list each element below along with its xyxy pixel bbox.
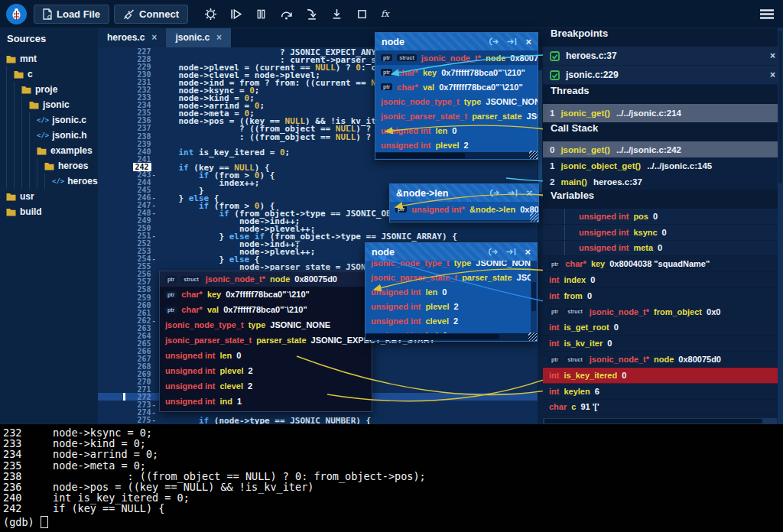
line-number[interactable]: 254- [98,255,156,262]
step-over-icon[interactable] [279,7,293,21]
breakpoint-jsonic.c:229[interactable]: jsonic.c:229× [543,66,783,84]
line-number[interactable]: 251- [98,232,156,239]
code-line-243[interactable]: 243- if (from > 0) { [98,170,543,178]
line-number[interactable]: 270 [98,378,156,385]
tab-heroes.c[interactable]: heroes.c× [98,28,166,47]
gdb-terminal[interactable]: 232 node->ksync = 0; 233 node->kind = 0;… [0,424,783,532]
line-number[interactable]: 263 [98,324,156,332]
resize-grip-icon[interactable] [530,213,538,222]
line-number[interactable]: 240 [98,148,156,155]
popup-horizontal-scrollbar[interactable] [375,152,538,159]
variable-from_object[interactable]: ptrstructjsonic_node_t*from_object0x0 [543,304,783,320]
variable-row-parser_state[interactable]: jsonic_parser_state_tparser_stateJSONIC_… [160,332,372,348]
tree-item-build[interactable]: build [0,204,98,219]
close-icon[interactable]: × [216,32,222,43]
tab-jsonic.c[interactable]: jsonic.c× [166,28,231,47]
app-logo-bug-icon[interactable] [6,4,27,24]
variable-row-ind[interactable]: unsigned intind1 [160,394,372,409]
line-number[interactable]: 236 [98,116,156,124]
variable-row-clevel[interactable]: unsigned intclevel2 [160,378,372,394]
variable-row--node-len[interactable]: ptrunsigned int*&node->len0x80075e8 [390,202,538,216]
variable-row-node[interactable]: ptrstructjsonic_node_t*node0x80075d0 [160,271,372,287]
tree-item-c[interactable]: c [0,66,98,82]
code-line-242[interactable]: 242 if (key == NULL) { [98,163,543,170]
open-in-new-icon[interactable] [488,248,498,256]
frame-jsonic_get[interactable]: 0jsonic_get()../../jsonic.c:242 [543,141,783,157]
variable-row-val[interactable]: ptrchar*val0x7fffff78bca0"`\210" [160,302,372,317]
variable-is_get_root[interactable]: intis_get_root0 [543,320,783,336]
line-number[interactable]: 271 [98,385,156,393]
variable-row-node[interactable]: ptrstructjsonic_node_t*node0x80075d0 [375,50,538,65]
breakpoint-heroes.c:37[interactable]: heroes.c:37× [543,47,783,65]
variable-meta[interactable]: unsigned intmeta0 [543,241,783,257]
line-number[interactable]: 273- [98,401,156,408]
variable-row-type[interactable]: jsonic_node_type_ttypeJSONIC_NONE [160,317,372,332]
close-icon[interactable]: × [151,32,157,43]
variable-row-parser_state[interactable]: jsonic_parser_state_tparser_stateJSONIC_… [366,270,537,284]
continue-icon[interactable] [229,7,242,21]
dock-right-icon[interactable] [508,189,518,197]
line-number[interactable]: 253 [98,247,156,255]
frame-jsonic_get[interactable]: 1jsonic_get()../../jsonic.c:214 [543,104,783,122]
functions-icon[interactable]: fx [380,7,394,21]
resize-grip-icon[interactable] [529,151,538,159]
panel-vertical-scrollbar[interactable] [778,28,783,424]
variable-keylen[interactable]: intkeylen6 [543,384,783,400]
load-file-button[interactable]: Load File [34,5,109,24]
line-number[interactable]: 235 [98,109,156,116]
popup-titlebar[interactable]: node × [366,243,537,261]
frame-jsonic_object_get[interactable]: 1jsonic_object_get()../../jsonic.c:145 [543,157,783,174]
close-icon[interactable]: × [526,188,532,198]
variable-c[interactable]: charc91 '[' [543,400,783,416]
line-number[interactable]: 232 [98,86,156,93]
pause-icon[interactable] [254,7,268,21]
variable-from[interactable]: intfrom0 [543,288,783,304]
variable-index[interactable]: intindex0 [543,272,783,288]
variable-row-ind[interactable]: unsigned intind1 [366,328,537,333]
line-number[interactable]: 269 [98,370,156,378]
popup-titlebar[interactable]: node × [375,33,538,50]
tree-item-jsonic.h[interactable]: </>jsonic.h [0,128,98,143]
variable-row-val[interactable]: ptrchar*val0x7fffff78bca0"`\210" [375,79,538,94]
editor-vertical-scrollbar[interactable] [538,47,543,424]
variable-row-plevel[interactable]: unsigned intplevel2 [160,363,372,378]
line-number[interactable]: 255 [98,262,156,270]
variable-row-plevel[interactable]: unsigned intplevel2 [366,299,537,313]
line-number[interactable]: 238 [98,132,156,140]
gdb-prompt[interactable]: (gdb) [3,516,48,528]
connect-button[interactable]: Connect [114,5,188,24]
variable-row-parser_state[interactable]: jsonic_parser_state_tparser_stateJSONIC_… [375,109,538,123]
resize-grip-icon[interactable] [528,332,537,341]
dock-right-icon[interactable] [507,37,517,46]
variable-is_kv_iter[interactable]: intis_kv_iter0 [543,336,783,352]
line-number[interactable]: 274- [98,408,156,416]
line-number[interactable]: 256 [98,270,156,277]
line-number[interactable]: 242 [98,163,156,170]
tree-item-usr[interactable]: usr [0,189,98,204]
line-number[interactable]: 261 [98,309,156,316]
line-number[interactable]: 266 [98,347,156,355]
open-in-new-icon[interactable] [489,37,499,46]
tree-item-jsonic.c[interactable]: </>jsonic.c [0,112,98,128]
tree-item-proje[interactable]: proje [0,82,98,97]
line-number[interactable]: 234 [98,101,156,109]
step-out-icon[interactable] [330,7,343,21]
popup-horizontal-scrollbar[interactable] [366,333,537,340]
line-number[interactable]: 259 [98,294,156,301]
breakpoint-enabled-checkbox[interactable] [550,70,566,80]
line-number[interactable]: 230 [98,70,156,78]
variable-row-type[interactable]: jsonic_node_type_ttypeJSONIC_NONE [366,261,537,270]
stop-icon[interactable] [355,7,369,21]
dock-right-icon[interactable] [506,248,516,256]
close-icon[interactable]: × [525,37,531,47]
open-in-new-icon[interactable] [489,189,499,197]
tree-item-heroes[interactable]: heroes [0,158,98,174]
variable-row-type[interactable]: jsonic_node_type_ttypeJSONIC_NONE [375,94,538,109]
breakpoint-enabled-checkbox[interactable] [550,51,566,61]
tree-item-examples[interactable]: examples [0,143,98,158]
line-number[interactable]: 228 [98,55,156,63]
variable-row-len[interactable]: unsigned intlen0 [375,123,538,138]
line-number[interactable]: 272 [98,393,156,401]
line-number[interactable]: 248- [98,209,156,216]
variable-row-len[interactable]: unsigned intlen0 [160,348,372,363]
